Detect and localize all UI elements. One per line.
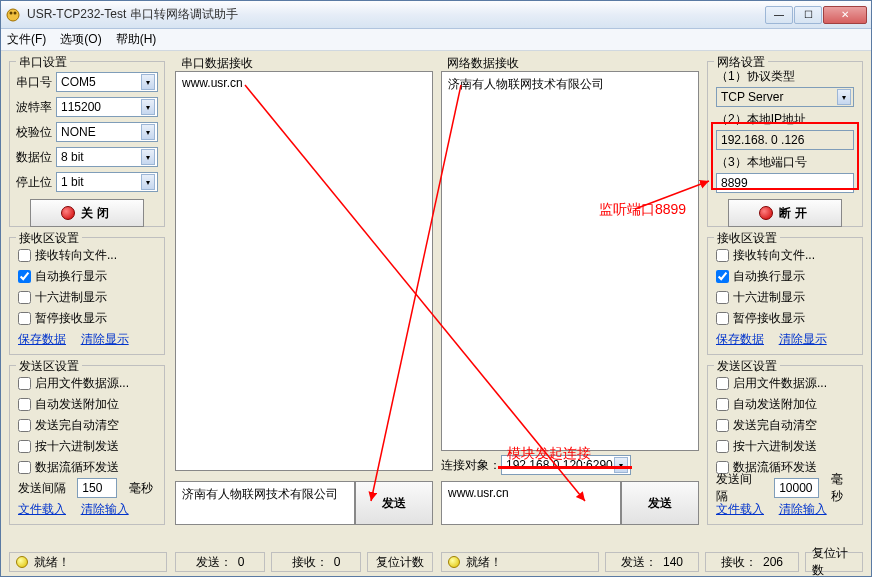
stop-label: 停止位	[16, 174, 56, 191]
send-settings-group-left: 发送区设置 启用文件数据源... 自动发送附加位 发送完自动清空 按十六进制发送…	[9, 365, 165, 525]
baud-label: 波特率	[16, 99, 56, 116]
serial-recv-text: www.usr.cn	[182, 76, 243, 90]
stop-combo[interactable]: 1 bit▾	[56, 172, 158, 192]
auto-wrap-check-r[interactable]	[716, 270, 729, 283]
pause-recv-check[interactable]	[18, 312, 31, 325]
net-settings-title: 网络设置	[714, 54, 768, 71]
record-icon	[61, 206, 75, 220]
save-data-link-r[interactable]: 保存数据	[716, 331, 764, 348]
parity-combo[interactable]: NONE▾	[56, 122, 158, 142]
data-label: 数据位	[16, 149, 56, 166]
status-recv-l: 接收：0	[271, 552, 361, 572]
clear-input-link-r[interactable]: 清除输入	[779, 501, 827, 518]
conn-target-combo[interactable]: 192.168.0.120:6290▾	[501, 455, 631, 475]
serial-recv-title: 串口数据接收	[181, 55, 253, 72]
svg-point-2	[14, 11, 17, 14]
auto-wrap-check[interactable]	[18, 270, 31, 283]
svg-point-0	[7, 9, 19, 21]
auto-append-check-r[interactable]	[716, 398, 729, 411]
titlebar: USR-TCP232-Test 串口转网络调试助手 — ☐ ✕	[1, 1, 871, 29]
chevron-down-icon: ▾	[141, 124, 155, 140]
auto-append-check[interactable]	[18, 398, 31, 411]
reset-count-r[interactable]: 复位计数	[805, 552, 863, 572]
net-send-input[interactable]: www.usr.cn	[441, 481, 621, 525]
file-load-link-r[interactable]: 文件载入	[716, 501, 764, 518]
save-data-link[interactable]: 保存数据	[18, 331, 66, 348]
chevron-down-icon: ▾	[141, 149, 155, 165]
file-source-check[interactable]	[18, 377, 31, 390]
serial-settings-title: 串口设置	[16, 54, 70, 71]
minimize-button[interactable]: —	[765, 6, 793, 24]
svg-point-1	[10, 11, 13, 14]
recv-to-file-check-r[interactable]	[716, 249, 729, 262]
serial-close-button[interactable]: 关闭	[30, 199, 144, 227]
close-button[interactable]: ✕	[823, 6, 867, 24]
app-icon	[5, 7, 21, 23]
proto-combo[interactable]: TCP Server▾	[716, 87, 854, 107]
hex-send-check[interactable]	[18, 440, 31, 453]
menu-options[interactable]: 选项(O)	[60, 31, 101, 48]
send-settings-title: 发送区设置	[16, 358, 82, 375]
net-settings-group: 网络设置 （1）协议类型 TCP Server▾ （2）本地IP地址 192.1…	[707, 61, 863, 227]
net-recv-text: 济南有人物联网技术有限公司	[448, 77, 604, 91]
data-combo[interactable]: 8 bit▾	[56, 147, 158, 167]
status-send-l: 发送：0	[175, 552, 265, 572]
net-recv-title: 网络数据接收	[447, 55, 519, 72]
chevron-down-icon: ▾	[837, 89, 851, 105]
chevron-down-icon: ▾	[141, 74, 155, 90]
interval-input-r[interactable]: 10000	[774, 478, 819, 498]
recv-settings-group-left: 接收区设置 接收转向文件... 自动换行显示 十六进制显示 暂停接收显示 保存数…	[9, 237, 165, 355]
status-ready-right: 就绪！	[441, 552, 599, 572]
baud-combo[interactable]: 115200▾	[56, 97, 158, 117]
menu-file[interactable]: 文件(F)	[7, 31, 46, 48]
auto-clear-check-r[interactable]	[716, 419, 729, 432]
menubar: 文件(F) 选项(O) 帮助(H)	[1, 29, 871, 51]
local-ip-input[interactable]: 192.168. 0 .126	[716, 130, 854, 150]
status-send-r: 发送：140	[605, 552, 699, 572]
net-disconnect-button[interactable]: 断开	[728, 199, 842, 227]
menu-help[interactable]: 帮助(H)	[116, 31, 157, 48]
conn-target-row: 连接对象： 192.168.0.120:6290▾	[441, 455, 631, 475]
clear-display-link[interactable]: 清除显示	[81, 331, 129, 348]
hex-send-check-r[interactable]	[716, 440, 729, 453]
parity-label: 校验位	[16, 124, 56, 141]
chevron-down-icon: ▾	[141, 174, 155, 190]
loop-send-check[interactable]	[18, 461, 31, 474]
recv-to-file-check[interactable]	[18, 249, 31, 262]
pause-recv-check-r[interactable]	[716, 312, 729, 325]
hex-display-check[interactable]	[18, 291, 31, 304]
serial-send-input[interactable]: 济南有人物联网技术有限公司	[175, 481, 355, 525]
reset-count-l[interactable]: 复位计数	[367, 552, 433, 572]
chevron-down-icon: ▾	[614, 457, 628, 473]
interval-input[interactable]: 150	[77, 478, 117, 498]
net-recv-panel[interactable]: 济南有人物联网技术有限公司	[441, 71, 699, 451]
app-window: USR-TCP232-Test 串口转网络调试助手 — ☐ ✕ 文件(F) 选项…	[0, 0, 872, 577]
status-recv-r: 接收：206	[705, 552, 799, 572]
send-settings-group-right: 发送区设置 启用文件数据源... 自动发送附加位 发送完自动清空 按十六进制发送…	[707, 365, 863, 525]
window-title: USR-TCP232-Test 串口转网络调试助手	[27, 6, 765, 23]
status-icon	[448, 556, 460, 568]
recv-settings-group-right: 接收区设置 接收转向文件... 自动换行显示 十六进制显示 暂停接收显示 保存数…	[707, 237, 863, 355]
file-load-link[interactable]: 文件载入	[18, 501, 66, 518]
clear-input-link[interactable]: 清除输入	[81, 501, 129, 518]
hex-display-check-r[interactable]	[716, 291, 729, 304]
serial-recv-panel[interactable]: www.usr.cn	[175, 71, 433, 471]
port-combo[interactable]: COM5▾	[56, 72, 158, 92]
clear-display-link-r[interactable]: 清除显示	[779, 331, 827, 348]
recv-settings-title: 接收区设置	[16, 230, 82, 247]
chevron-down-icon: ▾	[141, 99, 155, 115]
local-port-input[interactable]: 8899	[716, 173, 854, 193]
client-area: 串口设置 串口号COM5▾ 波特率115200▾ 校验位NONE▾ 数据位8 b…	[1, 51, 871, 576]
status-icon	[16, 556, 28, 568]
serial-send-button[interactable]: 发送	[355, 481, 433, 525]
port-label: 串口号	[16, 74, 56, 91]
record-icon	[759, 206, 773, 220]
file-source-check-r[interactable]	[716, 377, 729, 390]
serial-settings-group: 串口设置 串口号COM5▾ 波特率115200▾ 校验位NONE▾ 数据位8 b…	[9, 61, 165, 227]
auto-clear-check[interactable]	[18, 419, 31, 432]
maximize-button[interactable]: ☐	[794, 6, 822, 24]
status-ready-left: 就绪！	[9, 552, 167, 572]
net-send-button[interactable]: 发送	[621, 481, 699, 525]
